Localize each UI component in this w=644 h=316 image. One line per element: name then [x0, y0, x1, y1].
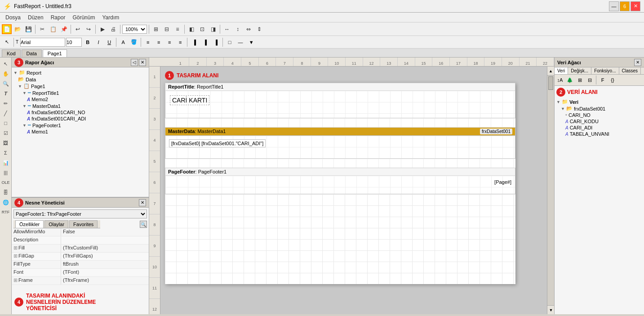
chart-tool[interactable]: 📊: [1, 158, 10, 167]
font-size-input[interactable]: [66, 38, 82, 47]
text-tool[interactable]: T: [1, 89, 10, 98]
tab-data[interactable]: Data: [22, 49, 42, 57]
bar-chart[interactable]: ▐: [189, 37, 199, 47]
menu-dosya[interactable]: Dosya: [2, 13, 24, 22]
f-btn[interactable]: F: [598, 76, 607, 85]
left-align[interactable]: ◧: [187, 24, 196, 34]
rtf-tool[interactable]: RTF: [1, 208, 10, 217]
tree-page1[interactable]: ▼ 📋 Page1: [13, 83, 147, 89]
zoom-select[interactable]: 100% 75% 150%: [122, 25, 147, 34]
tree-report[interactable]: ▼ 📁 Report: [13, 69, 147, 76]
paste-button[interactable]: 📌: [59, 24, 69, 34]
tab-olaylar[interactable]: Olaylar: [44, 220, 68, 228]
fill-color[interactable]: 🪣: [129, 37, 139, 47]
minimize-button[interactable]: —: [609, 1, 619, 11]
tab-classes[interactable]: Classes: [619, 67, 641, 74]
text-color[interactable]: A: [118, 37, 128, 47]
cari-karti-text[interactable]: CARİ KARTI: [170, 95, 209, 105]
tab-veri[interactable]: Veri: [555, 67, 568, 74]
preview-button[interactable]: ▶: [98, 24, 107, 34]
design-area[interactable]: 1 2 3 4 5 6 7 8 9 10 11 12 13 14 15 16 1…: [149, 58, 554, 314]
obj-close-btn[interactable]: ✕: [139, 199, 146, 206]
code-btn[interactable]: {}: [608, 76, 617, 85]
new-button[interactable]: 📄: [2, 24, 12, 34]
grid-button[interactable]: ⊞: [151, 24, 161, 34]
bar-chart3[interactable]: ▐: [211, 37, 221, 47]
tree-cari-adi[interactable]: A frxDataSet001CARI_ADI: [13, 116, 147, 122]
tree-masterdata1[interactable]: ▼ ━ MasterData1: [13, 102, 147, 109]
line-tool[interactable]: ╱: [1, 109, 10, 118]
tree-data[interactable]: 📂 Data: [13, 76, 147, 83]
tab-fonksiyo[interactable]: Fonksiyo...: [591, 67, 619, 74]
menu-rapor[interactable]: Rapor: [47, 13, 69, 22]
props-search[interactable]: 🔍: [140, 221, 147, 228]
object-select[interactable]: PageFooter1: TfrxPageFooter: [13, 209, 147, 218]
data-field-expr[interactable]: [frxDataSet0] [frxDataSet001."CARI_ADI"]: [169, 139, 266, 147]
align-right[interactable]: ≡: [164, 37, 174, 47]
align-button[interactable]: ≡: [173, 24, 182, 34]
align-left[interactable]: ≡: [143, 37, 153, 47]
space-h[interactable]: ↔: [222, 24, 232, 34]
tree-memo2[interactable]: A Memo2: [13, 96, 147, 102]
db-tool[interactable]: 🗄: [1, 188, 10, 197]
col1-btn[interactable]: ⊞: [575, 76, 584, 85]
redo-button[interactable]: ↪: [84, 24, 93, 34]
menu-gorunum[interactable]: Görünüm: [69, 13, 98, 22]
tree-expand-btn[interactable]: ◁: [131, 59, 138, 66]
right-tree-cari-kodu[interactable]: A CARI_KODU: [556, 118, 642, 125]
zoom-tool[interactable]: 🔍: [1, 79, 10, 88]
tree-cari-no[interactable]: A frxDataSet001CARI_NO: [13, 109, 147, 116]
bar-chart2[interactable]: ▐: [200, 37, 210, 47]
pointer-tool[interactable]: ↖: [2, 37, 12, 47]
tab-degisk[interactable]: Değişk...: [568, 67, 591, 74]
draw-tool[interactable]: ✏: [1, 99, 10, 108]
tab-kod[interactable]: Kod: [2, 49, 21, 57]
size-h[interactable]: ⇕: [254, 24, 264, 34]
space-v[interactable]: ↕: [233, 24, 243, 34]
web-tool[interactable]: 🌐: [1, 198, 10, 207]
sort-btn[interactable]: ↕A: [555, 76, 564, 85]
right-tree-veri[interactable]: ▼ 📁 Veri: [556, 98, 642, 105]
tree-memo1[interactable]: A Memo1: [13, 129, 147, 135]
right-panel-close[interactable]: ✕: [634, 59, 641, 66]
barcode-tool[interactable]: |||: [1, 168, 10, 177]
right-align[interactable]: ◨: [208, 24, 218, 34]
border-btn[interactable]: □: [225, 37, 235, 47]
tree-reporttitle1[interactable]: ▼ ━ ReportTitle1: [13, 89, 147, 96]
tree-btn[interactable]: 🌲: [565, 76, 574, 85]
italic-button[interactable]: I: [93, 37, 103, 47]
center-align[interactable]: ⊡: [197, 24, 207, 34]
rect-tool[interactable]: □: [1, 119, 10, 128]
right-tree-cari-adi[interactable]: A CARI_ADI: [556, 125, 642, 131]
copy-button[interactable]: 📋: [48, 24, 58, 34]
underline-button[interactable]: U: [104, 37, 114, 47]
justify[interactable]: ≡: [175, 37, 185, 47]
tab-ozellikler[interactable]: Özellikler: [15, 220, 44, 228]
save-button[interactable]: 💾: [23, 24, 33, 34]
right-tree-dataset[interactable]: ▼ 📂 frxDataSet001: [556, 105, 642, 112]
ole-tool[interactable]: OLE: [1, 178, 10, 187]
maximize-button[interactable]: 6: [620, 1, 630, 11]
sum-tool[interactable]: Σ: [1, 148, 10, 157]
size-w[interactable]: ⇔: [244, 24, 253, 34]
tab-favorites[interactable]: Favorites: [69, 220, 98, 228]
font-name-input[interactable]: [20, 38, 65, 47]
print-button[interactable]: 🖨: [108, 24, 118, 34]
pan-tool[interactable]: ✋: [1, 69, 10, 78]
undo-button[interactable]: ↩: [73, 24, 83, 34]
design-scrollbar-v[interactable]: ▲ ▼: [547, 67, 554, 314]
select-tool[interactable]: ↖: [1, 59, 10, 68]
tree-pagefooter1[interactable]: ▼ ━ PageFooter1: [13, 122, 147, 129]
tab-page1[interactable]: Page1: [43, 49, 67, 57]
menu-yardim[interactable]: Yardım: [98, 13, 123, 22]
menu-duzen[interactable]: Düzen: [24, 13, 47, 22]
check-tool[interactable]: ☑: [1, 129, 10, 138]
align-center[interactable]: ≡: [154, 37, 164, 47]
more-btn[interactable]: ▼: [246, 37, 256, 47]
right-tree-cari-no[interactable]: ᵒ CARI_NO: [556, 112, 642, 118]
right-tree-tabela[interactable]: A TABELA_UNVANI: [556, 131, 642, 137]
cut-button[interactable]: ✂: [37, 24, 47, 34]
image-tool[interactable]: 🖼: [1, 138, 10, 147]
bold-button[interactable]: B: [83, 37, 93, 47]
close-button[interactable]: ✕: [631, 1, 640, 11]
